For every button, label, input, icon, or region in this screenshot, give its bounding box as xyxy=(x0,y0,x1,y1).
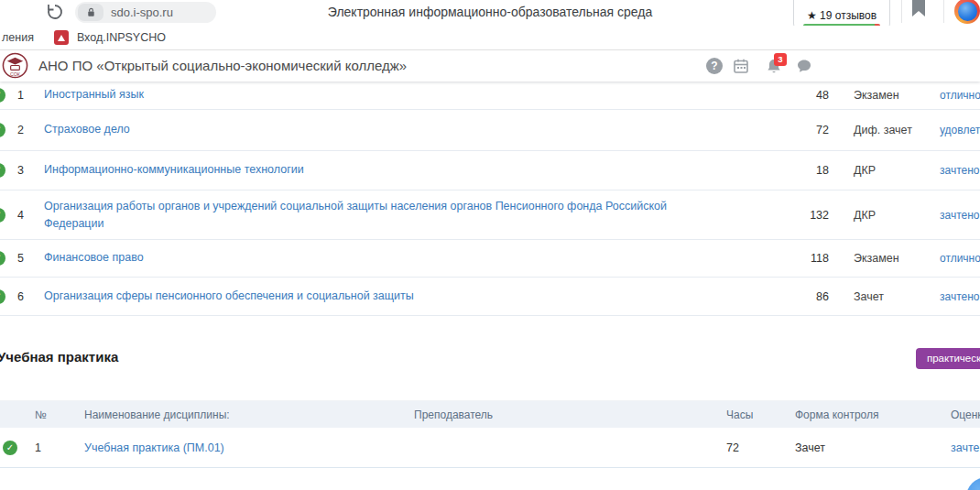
status-check-icon: ✓ xyxy=(0,289,5,304)
hours-value: 48 xyxy=(781,89,829,102)
table-row: ✓ 5 Финансовое право 118 Экзамен отлично xyxy=(0,240,980,278)
hours-value: 72 xyxy=(781,124,829,136)
reload-icon[interactable] xyxy=(46,3,64,21)
table-row: ✓ 1 Учебная практика (ПМ.01) 72 Зачет за… xyxy=(0,428,980,468)
discipline-link[interactable]: Организация работы органов и учреждений … xyxy=(44,197,683,233)
table-row: ✓ 2 Страховое дело 72 Диф. зачет удовлет… xyxy=(0,110,980,151)
calendar-icon[interactable] xyxy=(733,58,749,74)
control-form: Экзамен xyxy=(854,89,942,102)
discipline-link[interactable]: Иностранный язык xyxy=(44,86,683,103)
header-grade: Оценка xyxy=(951,408,980,421)
status-check-icon: ✓ xyxy=(0,123,5,137)
college-name: АНО ПО «Открытый социально-экономический… xyxy=(38,50,407,82)
svg-text:СОК: СОК xyxy=(10,71,21,77)
discipline-link[interactable]: Страховое дело xyxy=(44,121,683,138)
section-title: Учебная практика xyxy=(0,349,118,365)
row-number: 5 xyxy=(17,252,34,265)
help-icon[interactable]: ? xyxy=(706,58,723,74)
college-logo-icon[interactable]: СОК xyxy=(1,51,29,80)
row-number: 6 xyxy=(17,290,34,303)
grade-link[interactable]: удовлетворительно xyxy=(940,124,980,136)
hours-value: 72 xyxy=(726,441,772,454)
screen: sdo.i-spo.ru Электронная информационно-о… xyxy=(0,0,980,490)
table-row: ✓ 3 Информационно-коммуникационные техно… xyxy=(0,151,980,191)
header-hours: Часы xyxy=(726,408,772,421)
bookmark-item-left[interactable]: ления xyxy=(2,31,34,44)
row-number: 1 xyxy=(17,89,34,102)
bookmarks-bar: ления Вход.INPSYCHO xyxy=(0,26,980,50)
header-name: Наименование дисциплины: xyxy=(84,408,396,421)
star-icon: ★ xyxy=(807,9,817,22)
reviews-label: ★ 19 отзывов xyxy=(807,9,877,22)
control-form: Экзамен xyxy=(854,252,942,265)
chat-icon[interactable] xyxy=(796,58,812,74)
notification-badge: 3 xyxy=(774,53,787,66)
control-form: ДКР xyxy=(854,209,942,222)
control-form: Диф. зачет xyxy=(854,124,942,136)
discipline-link[interactable]: Учебная практика (ПМ.01) xyxy=(84,441,396,454)
hours-value: 86 xyxy=(781,290,829,303)
discipline-link[interactable]: Организация сферы пенсионного обеспечени… xyxy=(44,288,683,305)
bookmark-icon[interactable] xyxy=(912,0,925,16)
status-check-icon: ✓ xyxy=(0,88,5,103)
discipline-link[interactable]: Финансовое право xyxy=(44,249,683,267)
header-teacher: Преподаватель xyxy=(414,408,597,421)
control-form: Зачет xyxy=(854,290,942,303)
grades-table: ✓ 1 Иностранный язык 48 Экзамен отлично … xyxy=(0,82,980,316)
practice-table-header: № Наименование дисциплины: Преподаватель… xyxy=(0,400,980,428)
status-check-icon: ✓ xyxy=(3,441,17,455)
table-row: ✓ 1 Иностранный язык 48 Экзамен отлично xyxy=(0,82,980,110)
control-form: ДКР xyxy=(854,164,942,177)
grade-link[interactable]: зачтено xyxy=(940,290,980,303)
lock-icon[interactable] xyxy=(78,4,103,21)
site-header: СОК АНО ПО «Открытый социально-экономиче… xyxy=(0,50,980,82)
chat-fab[interactable] xyxy=(966,477,980,490)
avatar-image xyxy=(958,2,977,21)
bookmark-item-site[interactable]: Вход.INPSYCHO xyxy=(77,31,166,44)
address-bar[interactable]: sdo.i-spo.ru xyxy=(75,2,216,23)
site-favicon-icon[interactable] xyxy=(54,30,69,45)
grade-link[interactable]: отлично xyxy=(940,252,980,265)
discipline-link[interactable]: Информационно-коммуникационные технологи… xyxy=(44,161,683,179)
table-row: ✓ 4 Организация работы органов и учрежде… xyxy=(0,191,980,240)
row-number: 1 xyxy=(35,441,41,454)
status-check-icon: ✓ xyxy=(0,208,5,223)
hours-value: 18 xyxy=(781,164,829,177)
status-check-icon: ✓ xyxy=(0,163,5,178)
hours-value: 118 xyxy=(781,252,829,265)
url-text[interactable]: sdo.i-spo.ru xyxy=(111,5,173,19)
row-number: 2 xyxy=(17,124,34,136)
toolbar-separator xyxy=(901,0,902,23)
row-number: 4 xyxy=(17,209,34,222)
avatar[interactable] xyxy=(954,0,980,24)
header-control: Форма контроля xyxy=(795,408,896,421)
control-form: Зачет xyxy=(795,441,896,454)
status-check-icon: ✓ xyxy=(0,251,5,266)
browser-toolbar: sdo.i-spo.ru Электронная информационно-о… xyxy=(0,0,980,26)
practice-badge: практическое xyxy=(916,348,980,369)
table-row: ✓ 6 Организация сферы пенсионного обеспе… xyxy=(0,278,980,316)
page-title: Электронная информационно-образовательна… xyxy=(215,5,765,19)
toolbar-separator xyxy=(943,0,944,23)
row-number: 3 xyxy=(17,164,34,177)
hours-value: 132 xyxy=(781,209,829,222)
grade-link[interactable]: отлично xyxy=(940,89,980,102)
grade-link[interactable]: зачтено xyxy=(951,441,980,454)
grade-link[interactable]: зачтено xyxy=(940,164,980,177)
header-num: № xyxy=(35,408,47,421)
grade-link[interactable]: зачтено xyxy=(940,209,980,222)
